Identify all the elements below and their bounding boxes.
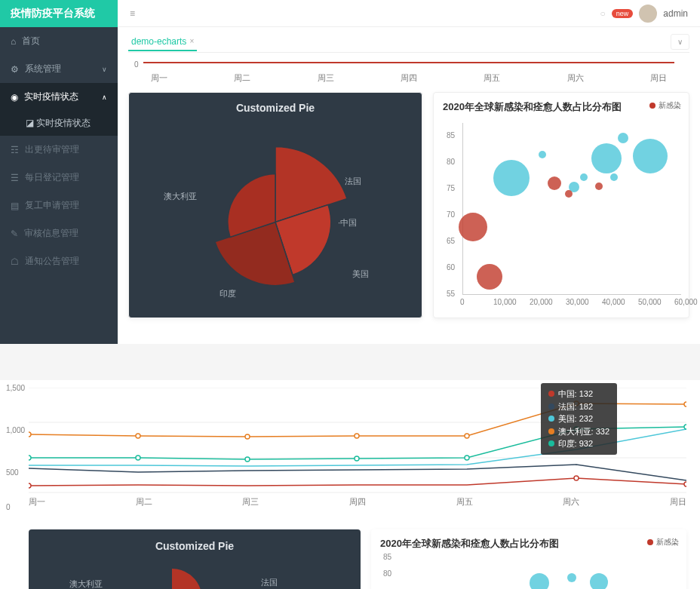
- sidebar-item-epidemic[interactable]: ◉ 实时疫情状态 ∧: [0, 83, 118, 111]
- mini-line-chart: 0 周一 周二 周三 周四 周五 周六 周日: [128, 57, 689, 84]
- sidebar-item-return[interactable]: ▤ 复工申请管理: [0, 192, 118, 219]
- legend-dot-icon: [647, 539, 653, 545]
- y-tick: 80: [383, 569, 391, 578]
- bubble: [590, 573, 608, 589]
- x-label: 周六: [563, 496, 579, 508]
- pie-panel-2: Customized Pie 澳大利亚 法国: [29, 529, 361, 589]
- tooltip-dot-icon: [548, 391, 554, 397]
- sidebar-item-label: 每日登记管理: [25, 171, 79, 184]
- tabs-more-button[interactable]: ∨: [671, 34, 689, 50]
- y-tick: 85: [383, 553, 391, 561]
- x-label: 周五: [484, 72, 500, 84]
- x-label: 周六: [567, 72, 584, 84]
- sidebar-item-audit[interactable]: ✎ 审核信息管理: [0, 219, 118, 247]
- x-label: 周二: [234, 72, 250, 84]
- svg-point-8: [465, 434, 469, 438]
- username[interactable]: admin: [663, 8, 688, 19]
- home-icon: ⌂: [11, 36, 16, 47]
- scatter-chart: 55 60 65 70 75 80 85 0 10,000 20,000 30,…: [462, 123, 681, 295]
- svg-point-12: [136, 456, 140, 460]
- sidebar-item-label: 审核信息管理: [24, 227, 78, 240]
- avatar[interactable]: [639, 5, 657, 23]
- scatter-panel: 2020年全球新感染和痊愈人数占比分布图 新感染 55 60 65 70 75 …: [433, 92, 689, 318]
- chevron-down-icon: ∨: [102, 66, 107, 73]
- sidebar-item-system[interactable]: ⚙ 系统管理 ∨: [0, 55, 118, 83]
- bubble: [618, 133, 628, 143]
- chevron-up-icon: ∧: [102, 94, 107, 101]
- hamburger-icon[interactable]: ≡: [130, 8, 135, 19]
- sidebar-item-label: 实时疫情状态: [24, 90, 78, 103]
- tooltip-dot-icon: [548, 440, 554, 446]
- bubble: [493, 160, 530, 196]
- close-icon[interactable]: ×: [189, 37, 194, 45]
- bubble: [539, 151, 546, 158]
- tooltip-text: 法国: 182: [558, 400, 593, 413]
- dot-icon: ○: [600, 8, 606, 19]
- x-tick: 30,000: [566, 298, 589, 306]
- svg-point-17: [684, 425, 686, 429]
- y-zero-label: 0: [134, 60, 139, 69]
- bell-icon: ☖: [11, 256, 19, 267]
- sidebar-subitem-epidemic[interactable]: ◪ 实时疫情状态: [0, 111, 118, 136]
- sidebar-item-home[interactable]: ⌂ 首页: [0, 27, 118, 55]
- svg-point-14: [355, 456, 359, 461]
- svg-point-6: [245, 434, 250, 439]
- tooltip-dot-icon: [548, 403, 554, 410]
- pie-panel: Customized Pie 澳大利亚 法国 印: [128, 92, 422, 318]
- tooltip-dot-icon: [548, 428, 554, 434]
- svg-point-20: [684, 482, 686, 486]
- x-label: 周一: [151, 72, 167, 84]
- tabs: demo-echarts × ∨: [128, 32, 689, 53]
- tab-demo-echarts[interactable]: demo-echarts ×: [128, 33, 197, 51]
- nav-icon: ◪: [26, 118, 34, 128]
- bubble: [477, 264, 502, 290]
- y-tick: 60: [447, 263, 455, 271]
- x-label: 周三: [318, 72, 334, 84]
- bubble: [548, 176, 561, 190]
- bubble: [591, 143, 622, 173]
- sidebar-item-label: 首页: [22, 35, 40, 48]
- tab-label: demo-echarts: [131, 36, 186, 47]
- globe-icon: ◉: [11, 92, 18, 103]
- x-label: 周一: [29, 496, 45, 508]
- brand: 疫情防疫平台系统: [0, 0, 118, 27]
- y-tick: 500: [6, 468, 19, 477]
- x-tick: 50,000: [638, 298, 662, 306]
- svg-point-7: [355, 434, 359, 438]
- x-label: 周三: [242, 496, 259, 508]
- x-tick: 40,000: [602, 298, 625, 306]
- legend-label: 新感染: [659, 100, 681, 111]
- svg-point-5: [136, 434, 140, 438]
- scatter-legend[interactable]: 新感染: [649, 100, 681, 111]
- x-label: 周二: [136, 496, 152, 508]
- bubble: [530, 573, 549, 589]
- y-tick: 80: [447, 158, 455, 166]
- multi-line-chart: 1,500 1,000 500 0: [29, 388, 686, 516]
- scatter-legend[interactable]: 新感染: [647, 537, 679, 548]
- pie-title: Customized Pie: [129, 93, 422, 114]
- y-tick: 55: [447, 290, 455, 298]
- tooltip-text: 澳大利亚: 332: [558, 425, 609, 438]
- y-tick: 75: [447, 184, 455, 192]
- bubble: [633, 139, 668, 173]
- x-tick: 20,000: [530, 298, 553, 306]
- svg-point-15: [465, 456, 469, 460]
- y-tick: 70: [447, 210, 455, 219]
- bubble: [595, 183, 603, 190]
- y-tick: 85: [447, 131, 455, 140]
- book-icon: ☰: [11, 173, 19, 183]
- x-tick: 60,000: [674, 298, 698, 306]
- sidebar-item-notice[interactable]: ☖ 通知公告管理: [0, 247, 118, 275]
- x-label: 周五: [456, 496, 473, 508]
- y-tick: 1,500: [6, 384, 25, 392]
- x-label: 周日: [670, 496, 686, 508]
- pie-label: 法国: [345, 176, 361, 187]
- svg-point-19: [574, 476, 579, 480]
- sidebar-item-daily[interactable]: ☰ 每日登记管理: [0, 164, 118, 192]
- sidebar-item-pending[interactable]: ☶ 出更待审管理: [0, 136, 118, 164]
- pie-label: 法国: [261, 577, 278, 588]
- tooltip-text: 中国: 132: [558, 388, 593, 400]
- y-tick: 0: [6, 503, 11, 511]
- pie-label: 印度: [220, 288, 236, 299]
- svg-point-18: [29, 483, 31, 488]
